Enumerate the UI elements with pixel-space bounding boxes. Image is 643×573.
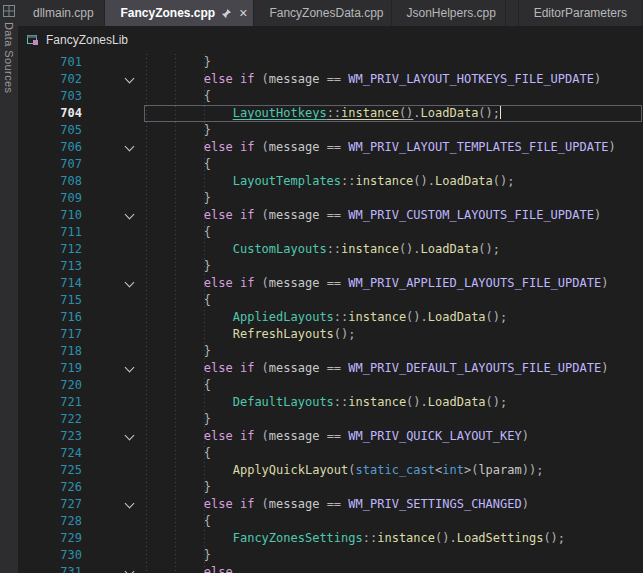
line-number[interactable]: 711 [18,224,96,241]
line-number[interactable]: 726 [18,479,96,496]
data-sources-tool-window-tab[interactable]: Data Sources [3,22,15,93]
line-number[interactable]: 716 [18,309,96,326]
code-lines: 701 }702 else if (message == WM_PRIV_LAY… [18,54,643,573]
code-editor[interactable]: 701 }702 else if (message == WM_PRIV_LAY… [18,54,643,573]
line-number[interactable]: 731 [18,564,96,573]
line-number[interactable]: 730 [18,547,96,564]
line-number[interactable]: 707 [18,156,96,173]
fold-gutter [114,445,144,462]
code-text[interactable]: { [144,377,643,394]
code-text[interactable]: else if (message == WM_PRIV_APPLIED_LAYO… [144,275,643,292]
code-text[interactable]: } [144,547,643,564]
code-text[interactable]: } [144,411,643,428]
code-text[interactable]: { [144,513,643,530]
line-number[interactable]: 721 [18,394,96,411]
fold-gutter [114,88,144,105]
fold-chevron-icon[interactable] [114,275,144,292]
fold-chevron-icon[interactable] [114,71,144,88]
code-text[interactable]: } [144,54,643,71]
code-text[interactable]: else if (message == WM_PRIV_DEFAULT_LAYO… [144,360,643,377]
breadcrumb-project[interactable]: FancyZonesLib [46,33,128,47]
fold-chevron-icon[interactable] [114,139,144,156]
line-number[interactable]: 727 [18,496,96,513]
left-dock-bar: Data Sources [0,0,18,573]
line-number[interactable]: 724 [18,445,96,462]
line-number[interactable]: 717 [18,326,96,343]
code-line: 701 } [18,54,643,71]
line-number[interactable]: 710 [18,207,96,224]
line-number[interactable]: 709 [18,190,96,207]
code-text[interactable]: RefreshLayouts(); [144,326,643,343]
code-text[interactable]: CustomLayouts::instance().LoadData(); [144,241,643,258]
code-line: 719 else if (message == WM_PRIV_DEFAULT_… [18,360,643,377]
close-icon[interactable]: × [239,6,247,20]
code-line: 728 { [18,513,643,530]
fold-chevron-icon[interactable] [114,360,144,377]
code-text[interactable]: else if (message == WM_PRIV_LAYOUT_HOTKE… [144,71,643,88]
tab-label: EditorParameters [534,6,627,20]
code-text[interactable]: { [144,156,643,173]
fold-gutter [114,241,144,258]
code-text[interactable]: { [144,224,643,241]
code-text[interactable]: FancyZonesSettings::instance().LoadSetti… [144,530,643,547]
code-text[interactable]: else if (message == WM_PRIV_SETTINGS_CHA… [144,496,643,513]
code-text[interactable]: else if (message == WM_PRIV_LAYOUT_TEMPL… [144,139,643,156]
line-number[interactable]: 729 [18,530,96,547]
code-line: 715 { [18,292,643,309]
line-number[interactable]: 715 [18,292,96,309]
line-number[interactable]: 722 [18,411,96,428]
tab-fancyzonesdata-cpp[interactable]: FancyZonesData.cpp [254,0,391,26]
code-text[interactable]: } [144,479,643,496]
tab-label: JsonHelpers.cpp [407,6,496,20]
line-number[interactable]: 706 [18,139,96,156]
code-text[interactable]: { [144,445,643,462]
fold-gutter [114,54,144,71]
code-text[interactable]: DefaultLayouts::instance().LoadData(); [144,394,643,411]
code-text[interactable]: else if (message == WM_PRIV_CUSTOM_LAYOU… [144,207,643,224]
line-number[interactable]: 719 [18,360,96,377]
pin-icon[interactable] [221,8,232,19]
code-line: 723 else if (message == WM_PRIV_QUICK_LA… [18,428,643,445]
line-number[interactable]: 728 [18,513,96,530]
line-number[interactable]: 701 [18,54,96,71]
line-number[interactable]: 718 [18,343,96,360]
line-number[interactable]: 704 [18,105,96,122]
code-text[interactable]: { [144,88,643,105]
code-text[interactable]: AppliedLayouts::instance().LoadData(); [144,309,643,326]
tab-editorparameters[interactable]: EditorParameters [518,0,643,26]
tab-dllmain-cpp[interactable]: dllmain.cpp [18,0,105,26]
code-text[interactable]: } [144,258,643,275]
line-number[interactable]: 714 [18,275,96,292]
line-number[interactable]: 723 [18,428,96,445]
code-text[interactable]: else [144,564,643,573]
line-number[interactable]: 702 [18,71,96,88]
code-text[interactable]: else if (message == WM_PRIV_QUICK_LAYOUT… [144,428,643,445]
code-line: 724 { [18,445,643,462]
code-text[interactable]: } [144,190,643,207]
fold-chevron-icon[interactable] [114,564,144,573]
code-text[interactable]: { [144,292,643,309]
code-text[interactable]: LayoutTemplates::instance().LoadData(); [144,173,643,190]
line-number[interactable]: 712 [18,241,96,258]
text-cursor [500,106,501,119]
line-number[interactable]: 720 [18,377,96,394]
line-number[interactable]: 705 [18,122,96,139]
fold-chevron-icon[interactable] [114,428,144,445]
code-text[interactable]: } [144,122,643,139]
code-text[interactable]: LayoutHotkeys::instance().LoadData(); [144,105,643,122]
line-number[interactable]: 713 [18,258,96,275]
code-line: 722 } [18,411,643,428]
fold-gutter [114,530,144,547]
tab-label: dllmain.cpp [33,6,94,20]
code-text[interactable]: } [144,343,643,360]
code-line: 709 } [18,190,643,207]
line-number[interactable]: 703 [18,88,96,105]
line-number[interactable]: 708 [18,173,96,190]
code-line: 730 } [18,547,643,564]
fold-chevron-icon[interactable] [114,496,144,513]
line-number[interactable]: 725 [18,462,96,479]
tab-fancyzones-cpp[interactable]: FancyZones.cpp× [105,0,254,26]
code-text[interactable]: ApplyQuickLayout(static_cast<int>(lparam… [144,462,643,479]
tab-jsonhelpers-cpp[interactable]: JsonHelpers.cpp [392,0,506,26]
fold-chevron-icon[interactable] [114,207,144,224]
